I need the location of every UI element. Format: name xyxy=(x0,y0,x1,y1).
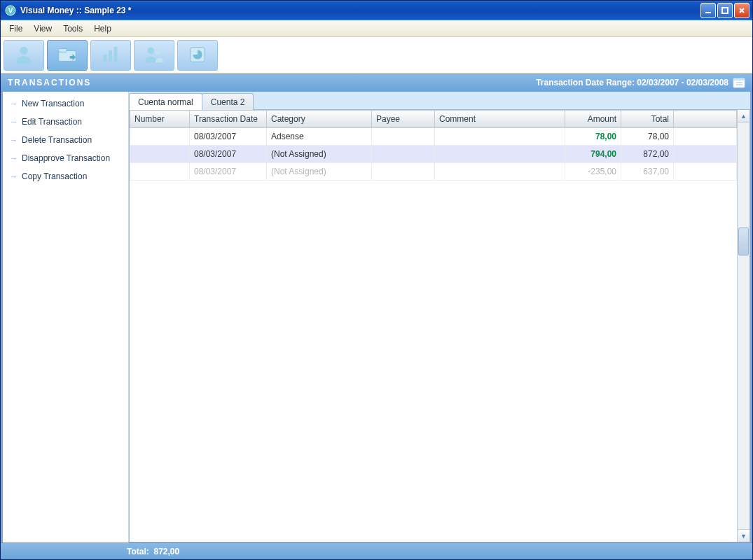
main-area: Cuenta normal Cuenta 2 Number Transactio… xyxy=(129,92,750,542)
sidebar-item-label: Edit Transaction xyxy=(22,117,82,127)
section-title: TRANSACTIONS xyxy=(8,78,536,88)
svg-point-13 xyxy=(156,49,161,55)
svg-point-6 xyxy=(20,46,27,54)
cell xyxy=(130,128,190,146)
status-total-label: Total: xyxy=(127,547,149,556)
col-spacer xyxy=(674,111,737,128)
tool-reports[interactable] xyxy=(90,40,131,71)
cell-spacer xyxy=(674,128,737,146)
table-row[interactable]: 08/03/2007Adsense78,0078,00 xyxy=(130,128,737,146)
cell-total: 637,00 xyxy=(621,163,674,181)
folder-icon xyxy=(57,44,78,66)
pie-icon xyxy=(187,44,208,66)
cell: (Not Assigned) xyxy=(267,146,372,163)
cell-total: 872,00 xyxy=(621,146,674,163)
close-button[interactable] xyxy=(734,3,749,18)
table-row[interactable]: 08/03/2007(Not Assigned)-235,00637,00 xyxy=(130,163,737,181)
table-row[interactable]: 08/03/2007(Not Assigned)794,00872,00 xyxy=(130,146,737,163)
cell xyxy=(435,146,565,163)
svg-point-12 xyxy=(148,47,154,53)
tool-payees[interactable] xyxy=(134,40,174,71)
arrow-icon: → xyxy=(10,136,18,144)
arrow-icon: → xyxy=(10,172,18,181)
tool-budget[interactable] xyxy=(177,40,218,71)
cell xyxy=(435,128,565,146)
section-header: TRANSACTIONS Transaction Date Range: 02/… xyxy=(1,74,752,92)
minimize-button[interactable] xyxy=(700,3,716,18)
cell-spacer xyxy=(674,163,737,181)
date-range-label: Transaction Date Range: 02/03/2007 - 02/… xyxy=(536,78,728,88)
cell-amount: -235,00 xyxy=(565,163,621,181)
col-total[interactable]: Total xyxy=(621,111,674,128)
tool-bar xyxy=(1,37,752,74)
sidebar-item-label: Disapprove Transaction xyxy=(22,153,110,163)
sidebar-item-disapprove-transaction[interactable]: →Disapprove Transaction xyxy=(3,149,128,167)
svg-rect-10 xyxy=(109,50,112,62)
transactions-grid[interactable]: Number Transaction Date Category Payee C… xyxy=(130,110,737,542)
grid-header-row: Number Transaction Date Category Payee C… xyxy=(130,111,737,128)
scroll-thumb[interactable] xyxy=(738,227,749,255)
cell xyxy=(372,163,435,181)
tool-transactions[interactable] xyxy=(47,40,88,71)
sidebar-item-delete-transaction[interactable]: →Delete Transaction xyxy=(3,131,128,149)
col-payee[interactable]: Payee xyxy=(372,111,435,128)
arrow-icon: → xyxy=(10,99,18,108)
menu-help[interactable]: Help xyxy=(88,22,117,36)
svg-rect-9 xyxy=(104,55,107,62)
sidebar-item-new-transaction[interactable]: →New Transaction xyxy=(3,94,128,113)
maximize-button[interactable] xyxy=(717,3,733,18)
cell: 08/03/2007 xyxy=(190,163,267,181)
scroll-track[interactable] xyxy=(738,122,749,529)
status-bar: Total: 872,00 xyxy=(1,542,752,559)
tab-cuenta-normal[interactable]: Cuenta normal xyxy=(129,93,202,110)
cell xyxy=(372,146,435,163)
cell-spacer xyxy=(674,146,737,163)
arrow-icon: → xyxy=(10,154,18,162)
svg-rect-11 xyxy=(114,46,118,62)
col-date[interactable]: Transaction Date xyxy=(190,111,267,128)
body: →New Transaction →Edit Transaction →Dele… xyxy=(1,92,752,542)
tab-strip: Cuenta normal Cuenta 2 xyxy=(129,92,750,110)
cell: (Not Assigned) xyxy=(267,163,372,181)
window-title: Visual Money :: Sample 23 * xyxy=(20,6,700,15)
cell xyxy=(130,163,190,181)
tool-accounts[interactable] xyxy=(4,40,44,71)
svg-rect-8 xyxy=(59,48,67,52)
menu-view[interactable]: View xyxy=(28,22,57,36)
menu-file[interactable]: File xyxy=(4,22,28,36)
person-icon xyxy=(13,44,34,66)
sidebar-item-label: Delete Transaction xyxy=(22,135,92,145)
chart-icon xyxy=(100,44,121,66)
sidebar-item-label: New Transaction xyxy=(22,99,84,108)
scroll-up-icon[interactable]: ▲ xyxy=(738,110,749,122)
col-amount[interactable]: Amount xyxy=(565,111,621,128)
people-icon xyxy=(144,44,165,66)
arrow-icon: → xyxy=(10,118,18,126)
tab-cuenta-2[interactable]: Cuenta 2 xyxy=(202,93,254,110)
title-bar[interactable]: V Visual Money :: Sample 23 * xyxy=(1,1,752,20)
menu-bar: File View Tools Help xyxy=(1,20,752,37)
menu-tools[interactable]: Tools xyxy=(57,22,88,36)
svg-rect-16 xyxy=(733,78,745,80)
cell-amount: 794,00 xyxy=(565,146,621,163)
app-icon: V xyxy=(5,5,16,16)
col-category[interactable]: Category xyxy=(267,111,372,128)
svg-rect-2 xyxy=(705,12,711,13)
sidebar-item-edit-transaction[interactable]: →Edit Transaction xyxy=(3,113,128,131)
svg-text:V: V xyxy=(8,7,13,15)
cell: 08/03/2007 xyxy=(190,128,267,146)
status-total-value: 872,00 xyxy=(153,547,179,556)
svg-rect-3 xyxy=(722,8,728,13)
cell: 08/03/2007 xyxy=(190,146,267,163)
calendar-icon[interactable] xyxy=(733,77,745,88)
sidebar: →New Transaction →Edit Transaction →Dele… xyxy=(3,92,129,542)
sidebar-item-copy-transaction[interactable]: →Copy Transaction xyxy=(3,167,128,186)
cell xyxy=(435,163,565,181)
col-number[interactable]: Number xyxy=(130,111,190,128)
scroll-down-icon[interactable]: ▼ xyxy=(738,529,749,542)
vertical-scrollbar[interactable]: ▲ ▼ xyxy=(737,110,749,542)
col-comment[interactable]: Comment xyxy=(435,111,565,128)
cell-total: 78,00 xyxy=(621,128,674,146)
cell xyxy=(130,146,190,163)
sidebar-item-label: Copy Transaction xyxy=(22,172,87,181)
